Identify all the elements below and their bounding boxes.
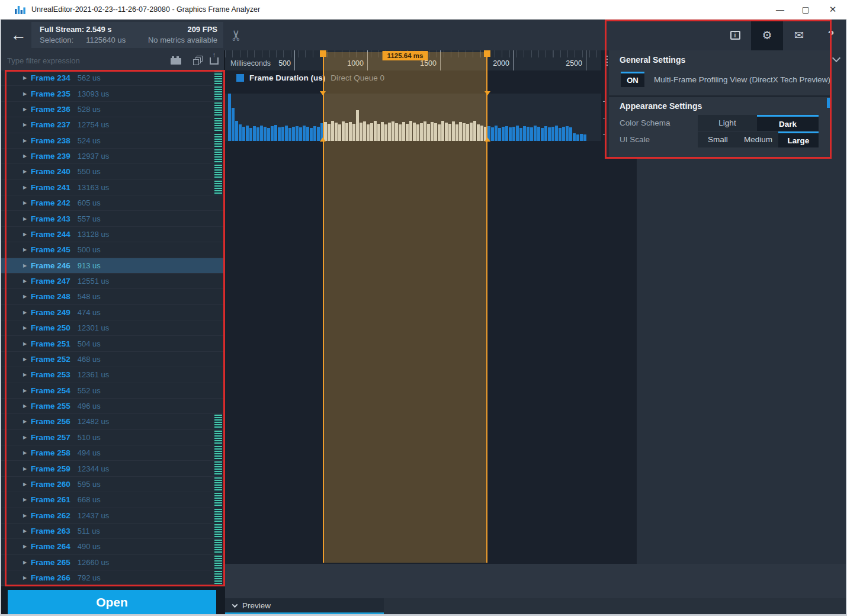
frame-row[interactable]: ▶Frame 234562 us (0, 70, 224, 86)
filter-input[interactable] (7, 53, 161, 68)
expand-arrow-icon[interactable]: ▶ (23, 325, 31, 331)
expand-arrow-icon[interactable]: ▶ (23, 388, 31, 393)
expand-arrow-icon[interactable]: ▶ (23, 216, 31, 222)
color-schema-dark-button[interactable]: Dark (757, 115, 819, 131)
frame-row[interactable]: ▶Frame 25912344 us (0, 461, 224, 476)
selection-handle-top-left[interactable] (320, 50, 326, 57)
expand-arrow-icon[interactable]: ▶ (23, 310, 31, 315)
settings-scrollbar-thumb[interactable] (827, 98, 832, 108)
expand-arrow-icon[interactable]: ▶ (23, 403, 31, 409)
expand-arrow-icon[interactable]: ▶ (23, 497, 31, 502)
expand-arrow-icon[interactable]: ▶ (23, 91, 31, 97)
expand-arrow-icon[interactable]: ▶ (23, 450, 31, 455)
tab-feedback[interactable]: i (719, 20, 751, 50)
open-button[interactable]: Open (8, 590, 216, 614)
back-button[interactable]: ← (6, 23, 31, 47)
frame-row[interactable]: ▶Frame 25612482 us (0, 414, 224, 429)
expand-arrow-icon[interactable]: ▶ (23, 247, 31, 252)
frame-row[interactable]: ▶Frame 23712754 us (0, 117, 224, 133)
frame-row[interactable]: ▶Frame 264490 us (0, 539, 224, 554)
ui-scale-large-button[interactable]: Large (778, 131, 819, 147)
frame-row[interactable]: ▶Frame 254552 us (0, 383, 224, 399)
selection-handle-left[interactable] (320, 91, 326, 95)
frame-row[interactable]: ▶Frame 260595 us (0, 477, 224, 492)
close-button[interactable]: ✕ (819, 0, 846, 19)
ui-scale-small-button[interactable]: Small (698, 131, 738, 147)
frame-row[interactable]: ▶Frame 248548 us (0, 289, 224, 304)
frame-row[interactable]: ▶Frame 24113163 us (0, 180, 224, 195)
ui-scale-medium-button[interactable]: Medium (738, 131, 778, 147)
expand-arrow-icon[interactable]: ▶ (23, 560, 31, 565)
frame-row[interactable]: ▶Frame 23912937 us (0, 149, 224, 164)
frame-row[interactable]: ▶Frame 257510 us (0, 430, 224, 445)
scissors-icon[interactable]: ✂ (228, 27, 245, 44)
frame-row[interactable]: ▶Frame 24413128 us (0, 227, 224, 242)
maximize-button[interactable]: ▢ (792, 0, 819, 19)
frame-row[interactable]: ▶Frame 242605 us (0, 195, 224, 211)
frame-row[interactable]: ▶Frame 263511 us (0, 524, 224, 539)
expand-arrow-icon[interactable]: ▶ (23, 294, 31, 299)
selection-handle-right[interactable] (485, 91, 490, 95)
selection-handle-right-lower[interactable] (485, 137, 490, 142)
frame-row[interactable]: ▶Frame 266792 us (0, 570, 224, 586)
frame-row[interactable]: ▶Frame 240550 us (0, 164, 224, 179)
expand-arrow-icon[interactable]: ▶ (23, 357, 31, 362)
selection-handle-left-lower[interactable] (320, 137, 326, 142)
expand-arrow-icon[interactable]: ▶ (23, 153, 31, 159)
expand-arrow-icon[interactable]: ▶ (23, 482, 31, 487)
frame-row[interactable]: ▶Frame 252468 us (0, 352, 224, 367)
expand-arrow-icon[interactable]: ▶ (23, 435, 31, 440)
duration-bar (576, 134, 579, 141)
selection-region[interactable]: 1125.64 ms (323, 52, 487, 563)
expand-arrow-icon[interactable]: ▶ (23, 419, 31, 424)
expand-arrow-icon[interactable]: ▶ (23, 466, 31, 471)
minimize-button[interactable]: — (766, 0, 794, 19)
ui-scale-label: UI Scale (620, 135, 650, 144)
filter-bar: ↑ (0, 50, 225, 70)
frame-row[interactable]: ▶Frame 26512660 us (0, 555, 224, 570)
expand-arrow-icon[interactable]: ▶ (23, 75, 31, 81)
expand-arrow-icon[interactable]: ▶ (23, 544, 31, 549)
expand-arrow-icon[interactable]: ▶ (23, 200, 31, 206)
frame-row[interactable]: ▶Frame 23513093 us (0, 86, 224, 101)
multiframe-toggle[interactable]: ON (621, 72, 644, 87)
frame-row[interactable]: ▶Frame 236528 us (0, 102, 224, 117)
expand-arrow-icon[interactable]: ▶ (23, 232, 31, 237)
frame-row[interactable]: ▶Frame 261668 us (0, 492, 224, 508)
frame-row[interactable]: ▶Frame 246913 us (0, 258, 224, 274)
expand-arrow-icon[interactable]: ▶ (23, 278, 31, 284)
expand-arrow-icon[interactable]: ▶ (23, 341, 31, 346)
capture-icon[interactable] (171, 58, 181, 65)
frame-row[interactable]: ▶Frame 258494 us (0, 445, 224, 461)
frame-row[interactable]: ▶Frame 251504 us (0, 336, 224, 351)
frame-row[interactable]: ▶Frame 26212437 us (0, 508, 224, 524)
expand-arrow-icon[interactable]: ▶ (23, 169, 31, 174)
export-icon[interactable]: ↑ (210, 57, 219, 65)
expand-arrow-icon[interactable]: ▶ (23, 138, 31, 143)
expand-arrow-icon[interactable]: ▶ (23, 122, 31, 127)
frame-row[interactable]: ▶Frame 255496 us (0, 399, 224, 414)
expand-arrow-icon[interactable]: ▶ (23, 528, 31, 534)
frame-row[interactable]: ▶Frame 243557 us (0, 211, 224, 226)
layers-icon[interactable] (193, 56, 203, 65)
panel-drag-handle[interactable] (605, 50, 609, 157)
frame-row[interactable]: ▶Frame 25312361 us (0, 367, 224, 383)
frame-row[interactable]: ▶Frame 24712551 us (0, 274, 224, 289)
tab-help[interactable]: ? (815, 20, 847, 50)
frame-row[interactable]: ▶Frame 238524 us (0, 133, 224, 149)
expand-arrow-icon[interactable]: ▶ (23, 107, 31, 112)
tab-settings[interactable]: ⚙ (751, 20, 783, 50)
color-schema-toggle-group: LightDark (698, 115, 819, 131)
frame-row[interactable]: ▶Frame 25012301 us (0, 320, 224, 336)
expand-arrow-icon[interactable]: ▶ (23, 263, 31, 268)
frame-row[interactable]: ▶Frame 245500 us (0, 242, 224, 258)
tab-preview[interactable]: Preview (225, 598, 384, 615)
expand-arrow-icon[interactable]: ▶ (23, 575, 31, 580)
expand-arrow-icon[interactable]: ▶ (23, 513, 31, 518)
selection-handle-top-right[interactable] (484, 50, 490, 57)
expand-arrow-icon[interactable]: ▶ (23, 372, 31, 377)
tab-mail[interactable]: ✉ (783, 20, 815, 50)
frame-row[interactable]: ▶Frame 249474 us (0, 305, 224, 320)
expand-arrow-icon[interactable]: ▶ (23, 185, 31, 190)
color-schema-light-button[interactable]: Light (698, 115, 757, 131)
